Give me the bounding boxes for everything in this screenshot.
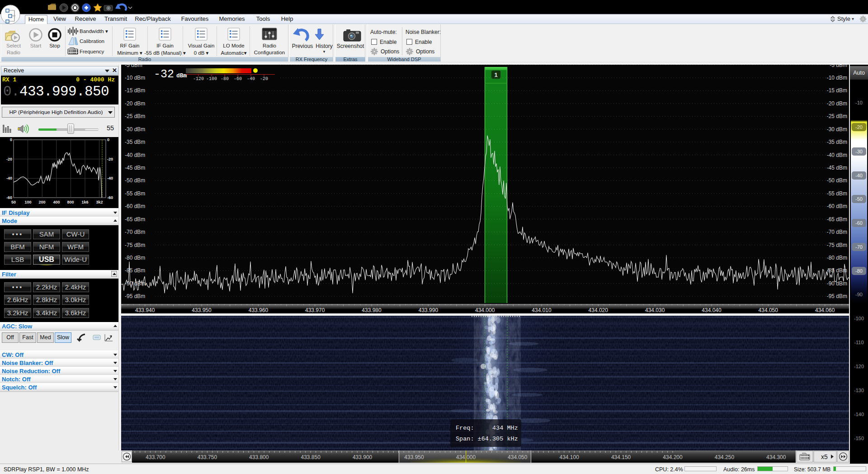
svg-text:800: 800 xyxy=(67,200,74,204)
svg-text:-50 dBm: -50 dBm xyxy=(125,177,145,184)
svg-text:-10 dBm: -10 dBm xyxy=(827,75,847,81)
svg-text:-80 dBm: -80 dBm xyxy=(827,255,847,261)
svg-text:Span: ±64.305 kHz: Span: ±64.305 kHz xyxy=(456,436,518,442)
svg-text:200: 200 xyxy=(38,200,45,204)
svg-text:-20: -20 xyxy=(107,157,113,161)
svg-text:433.800: 433.800 xyxy=(249,454,269,460)
svg-text:434.250: 434.250 xyxy=(715,454,735,460)
svg-text:-20: -20 xyxy=(260,76,268,81)
svg-text:-40: -40 xyxy=(107,176,113,180)
svg-text:-60 dBm: -60 dBm xyxy=(125,203,145,209)
svg-text:434.050: 434.050 xyxy=(508,454,528,460)
svg-text:-60 dBm: -60 dBm xyxy=(827,203,847,209)
svg-text:1k6: 1k6 xyxy=(81,200,88,204)
svg-text:433.940: 433.940 xyxy=(135,307,155,313)
svg-text:433.950: 433.950 xyxy=(404,454,424,460)
svg-text:x5: x5 xyxy=(821,453,828,460)
svg-text:434.100: 434.100 xyxy=(560,454,580,460)
svg-text:433.950: 433.950 xyxy=(192,307,212,313)
svg-text:-35 dBm: -35 dBm xyxy=(827,139,847,145)
svg-text:434.040: 434.040 xyxy=(702,307,722,313)
svg-text:-5 dBm: -5 dBm xyxy=(125,65,142,68)
svg-text:-65 dBm: -65 dBm xyxy=(827,216,847,223)
svg-text:0: 0 xyxy=(107,137,109,142)
svg-text:433.980: 433.980 xyxy=(362,307,382,313)
svg-text:-5 dBm: -5 dBm xyxy=(830,65,847,68)
svg-text:-30 dBm: -30 dBm xyxy=(125,126,145,133)
svg-text:433.960: 433.960 xyxy=(249,307,269,313)
svg-text:400: 400 xyxy=(53,200,60,204)
svg-text:434.200: 434.200 xyxy=(663,454,683,460)
svg-text:-25 dBm: -25 dBm xyxy=(125,113,145,119)
svg-text:-25 dBm: -25 dBm xyxy=(827,113,847,119)
svg-text:-80: -80 xyxy=(221,76,229,81)
svg-text:-10 dBm: -10 dBm xyxy=(125,75,145,81)
svg-text:-80 dBm: -80 dBm xyxy=(125,255,145,261)
svg-text:-60: -60 xyxy=(234,76,242,81)
svg-text:-85 dBm: -85 dBm xyxy=(125,267,145,274)
svg-text:100: 100 xyxy=(24,200,31,204)
svg-text:-20 dBm: -20 dBm xyxy=(125,100,145,107)
svg-text:-45 dBm: -45 dBm xyxy=(827,165,847,171)
svg-text:434.060: 434.060 xyxy=(815,307,835,313)
svg-text:433.900: 433.900 xyxy=(353,454,373,460)
svg-text:-40 dBm: -40 dBm xyxy=(827,152,847,158)
svg-text:434.300: 434.300 xyxy=(766,454,786,460)
svg-text:-40: -40 xyxy=(6,176,12,180)
svg-text:-60: -60 xyxy=(107,195,113,200)
svg-text:Freq: 434 MHz: Freq: 434 MHz xyxy=(456,425,518,431)
svg-text:433.970: 433.970 xyxy=(305,307,325,313)
svg-text:433.700: 433.700 xyxy=(146,454,165,460)
svg-text:1: 1 xyxy=(494,71,497,78)
svg-text:-95 dBm: -95 dBm xyxy=(827,293,847,299)
svg-text:-70 dBm: -70 dBm xyxy=(125,229,145,235)
svg-text:-75 dBm: -75 dBm xyxy=(827,242,847,248)
svg-text:434.000: 434.000 xyxy=(475,307,495,313)
svg-text:3k2: 3k2 xyxy=(96,200,103,204)
svg-text:-20: -20 xyxy=(6,157,12,161)
svg-text:434.150: 434.150 xyxy=(611,454,631,460)
svg-text:dBm: dBm xyxy=(176,72,187,79)
svg-text:-70 dBm: -70 dBm xyxy=(827,229,847,235)
svg-text:-15 dBm: -15 dBm xyxy=(827,87,847,94)
svg-text:50: 50 xyxy=(11,200,16,204)
svg-text:-60: -60 xyxy=(6,195,12,200)
svg-text:-55 dBm: -55 dBm xyxy=(827,190,847,197)
svg-text:-95 dBm: -95 dBm xyxy=(125,293,145,299)
svg-text:-40 dBm: -40 dBm xyxy=(125,152,145,158)
svg-text:-30 dBm: -30 dBm xyxy=(827,126,847,133)
svg-text:434.030: 434.030 xyxy=(645,307,665,313)
svg-text:433.850: 433.850 xyxy=(301,454,321,460)
svg-text:434.020: 434.020 xyxy=(589,307,609,313)
svg-text:-45 dBm: -45 dBm xyxy=(125,165,145,171)
svg-text:433.990: 433.990 xyxy=(419,307,439,313)
svg-text:-75 dBm: -75 dBm xyxy=(125,242,145,248)
svg-text:-35 dBm: -35 dBm xyxy=(125,139,145,145)
svg-text:-100: -100 xyxy=(206,76,217,81)
svg-text:-120: -120 xyxy=(193,76,204,81)
svg-text:-50 dBm: -50 dBm xyxy=(827,177,847,184)
svg-text:-65 dBm: -65 dBm xyxy=(125,216,145,223)
svg-text:-15 dBm: -15 dBm xyxy=(125,87,145,94)
svg-text:-55 dBm: -55 dBm xyxy=(125,190,145,197)
svg-text:-40: -40 xyxy=(247,76,255,81)
svg-text:0: 0 xyxy=(10,137,12,142)
svg-text:-90 dBm: -90 dBm xyxy=(827,280,847,287)
svg-text:434.010: 434.010 xyxy=(532,307,552,313)
svg-text:434.050: 434.050 xyxy=(759,307,778,313)
svg-text:433.750: 433.750 xyxy=(198,454,217,460)
svg-text:-20 dBm: -20 dBm xyxy=(827,100,847,107)
svg-text:-32: -32 xyxy=(154,68,174,81)
